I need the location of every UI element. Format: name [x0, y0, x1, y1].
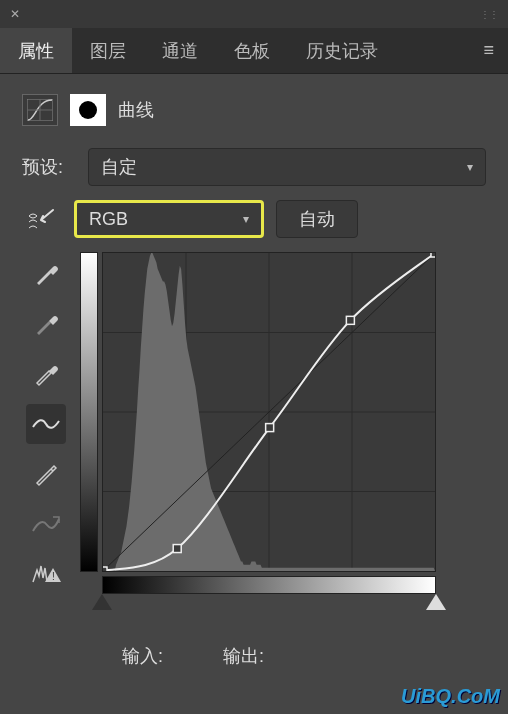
adjustment-title: 曲线: [118, 98, 154, 122]
chevron-down-icon: ▾: [467, 160, 473, 174]
channel-value: RGB: [89, 209, 128, 230]
svg-rect-12: [173, 545, 181, 553]
output-gradient: [80, 252, 98, 572]
input-label: 输入:: [122, 644, 163, 668]
curves-adjustment-icon[interactable]: [22, 94, 58, 126]
curve-graph[interactable]: [80, 252, 436, 594]
eyedropper-black-icon[interactable]: [26, 254, 66, 294]
auto-button[interactable]: 自动: [276, 200, 358, 238]
io-readout: 输入: 输出:: [22, 644, 486, 668]
black-point-slider[interactable]: [92, 594, 112, 610]
drag-handle-icon[interactable]: ⋮⋮: [480, 9, 498, 20]
curve-tools: !: [22, 252, 70, 594]
curve-point-tool-icon[interactable]: [26, 404, 66, 444]
curve-grid[interactable]: [102, 252, 436, 572]
curves-editor: !: [22, 252, 486, 594]
panel-menu-icon[interactable]: ≡: [469, 28, 508, 73]
preset-select[interactable]: 自定 ▾: [88, 148, 486, 186]
output-label: 输出:: [223, 644, 264, 668]
tab-channels[interactable]: 通道: [144, 28, 216, 73]
panel-tabs: 属性 图层 通道 色板 历史记录 ≡: [0, 28, 508, 74]
channel-row: RGB ▾ 自动: [22, 200, 486, 238]
eyedropper-gray-icon[interactable]: [26, 304, 66, 344]
tab-properties[interactable]: 属性: [0, 28, 72, 73]
preset-value: 自定: [101, 155, 137, 179]
eyedropper-white-icon[interactable]: [26, 354, 66, 394]
watermark: UiBQ.CoM: [401, 685, 500, 708]
adjustment-header: 曲线: [22, 94, 486, 126]
svg-text:!: !: [52, 571, 55, 582]
white-point-slider[interactable]: [426, 594, 446, 610]
target-adjust-icon[interactable]: [22, 206, 62, 232]
panel-body: 曲线 预设: 自定 ▾ RGB ▾ 自动: [0, 74, 508, 714]
chevron-down-icon: ▾: [243, 212, 249, 226]
svg-rect-11: [103, 567, 107, 571]
svg-rect-14: [346, 316, 354, 324]
tab-swatches[interactable]: 色板: [216, 28, 288, 73]
svg-rect-13: [266, 424, 274, 432]
mask-icon[interactable]: [70, 94, 106, 126]
channel-select[interactable]: RGB ▾: [74, 200, 264, 238]
properties-panel: ✕ ⋮⋮ 属性 图层 通道 色板 历史记录 ≡ 曲线 预设: 自定 ▾: [0, 0, 508, 714]
close-icon[interactable]: ✕: [10, 7, 20, 21]
tab-layers[interactable]: 图层: [72, 28, 144, 73]
svg-rect-15: [431, 253, 435, 257]
pencil-tool-icon[interactable]: [26, 454, 66, 494]
smooth-tool-icon: [26, 504, 66, 544]
clip-warning-icon[interactable]: !: [26, 554, 66, 594]
panel-titlebar: ✕ ⋮⋮: [0, 0, 508, 28]
tab-history[interactable]: 历史记录: [288, 28, 396, 73]
preset-label: 预设:: [22, 155, 76, 179]
input-gradient: [102, 576, 436, 594]
preset-row: 预设: 自定 ▾: [22, 148, 486, 186]
